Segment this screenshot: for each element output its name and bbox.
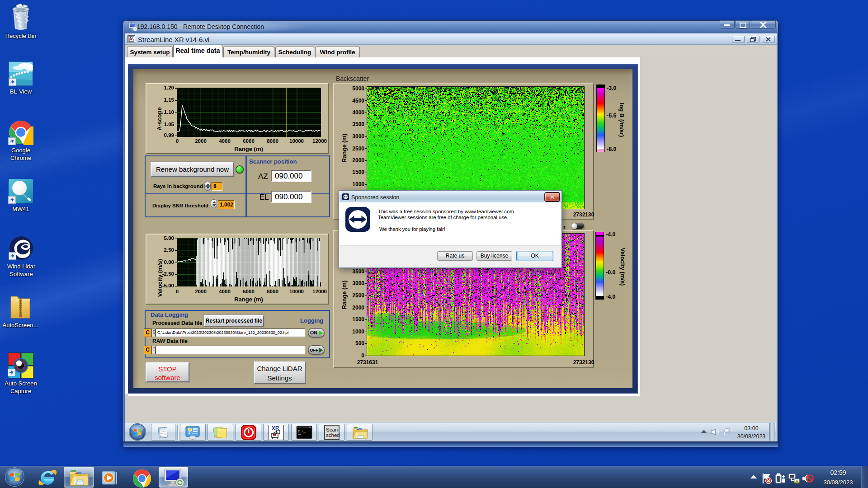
svg-text:sched: sched	[326, 432, 340, 438]
svg-text:Scan: Scan	[326, 427, 338, 432]
svg-text:C:\_: C:\_	[298, 430, 306, 433]
